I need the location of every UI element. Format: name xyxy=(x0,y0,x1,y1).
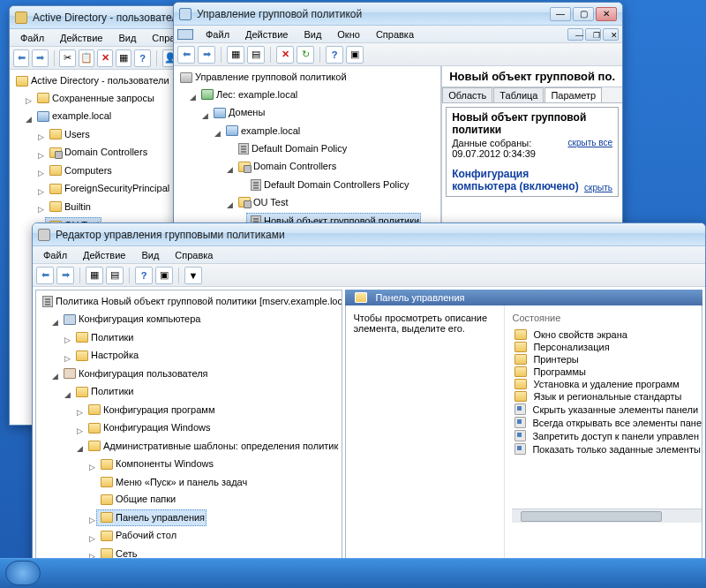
domains-node[interactable]: Домены xyxy=(209,105,267,120)
collapse-icon[interactable]: ◢ xyxy=(75,441,84,456)
gpme-menu-view[interactable]: Вид xyxy=(134,248,166,262)
collapse-icon[interactable]: ◢ xyxy=(50,315,59,330)
mdi-restore-button[interactable]: ❐ xyxy=(585,28,601,41)
tab-details[interactable]: Таблица xyxy=(493,87,544,102)
aduc-titlebar[interactable]: Active Directory - пользователи и к xyxy=(10,6,200,29)
computers-node[interactable]: Computers xyxy=(45,163,114,178)
gpmc-tree-pane[interactable]: Управление групповой политикой ◢Лес: exa… xyxy=(174,66,441,227)
show-scope-icon[interactable]: ▦ xyxy=(86,267,103,284)
gpme-root-node[interactable]: Политика Новый объект групповой политики… xyxy=(38,294,342,309)
hide-link[interactable]: скрыть xyxy=(584,183,612,192)
list-item[interactable]: Скрыть указанные элементы панели xyxy=(512,403,702,416)
forward-icon[interactable]: ➡ xyxy=(198,46,215,64)
aduc-root-node[interactable]: Active Directory - пользователи xyxy=(11,73,171,88)
at-ctrlpanel-node[interactable]: Панель управления xyxy=(96,509,207,526)
forward-icon[interactable]: ➡ xyxy=(32,49,48,67)
dc-ou-node[interactable]: Domain Controllers xyxy=(234,159,338,174)
ddcp-node[interactable]: Default Domain Controllers Policy xyxy=(246,177,410,192)
tab-settings[interactable]: Параметр xyxy=(545,87,602,102)
at-start-node[interactable]: Меню «Пуск» и панель задач xyxy=(96,475,249,490)
gpmc-menu-help[interactable]: Справка xyxy=(369,27,421,41)
list-item[interactable]: Запретить доступ к панели управлен xyxy=(512,429,702,442)
filter-icon[interactable]: ▼ xyxy=(184,267,202,284)
at-shared-node[interactable]: Общие папки xyxy=(96,492,177,507)
gpmc-root-node[interactable]: Управление групповой политикой xyxy=(176,70,349,85)
gpmc-menu-view[interactable]: Вид xyxy=(297,27,328,41)
comp-conf-node[interactable]: Конфигурация компьютера xyxy=(59,312,202,327)
user-conf-node[interactable]: Конфигурация пользователя xyxy=(59,366,210,381)
gpmc-window[interactable]: Управление групповой политикой — ▢ ✕ Фай… xyxy=(173,2,623,228)
gpmc-titlebar[interactable]: Управление групповой политикой — ▢ ✕ xyxy=(174,3,622,26)
list-item[interactable]: Персонализация xyxy=(512,341,702,353)
list-item[interactable]: Язык и региональные стандарты xyxy=(512,390,702,403)
aduc-menu-view[interactable]: Вид xyxy=(111,31,143,45)
gpmc-report-body[interactable]: Новый объект групповой политики Данные с… xyxy=(442,103,622,227)
aduc-menu-action[interactable]: Действие xyxy=(53,31,109,45)
maximize-button[interactable]: ▢ xyxy=(573,7,594,21)
gpme-window[interactable]: Редактор управления групповыми политикам… xyxy=(32,222,706,588)
dc-node[interactable]: Domain Controllers xyxy=(45,145,149,160)
gpmc-menu-file[interactable]: Файл xyxy=(199,27,237,41)
cut-icon[interactable]: ✂ xyxy=(59,49,75,67)
help-icon[interactable]: ? xyxy=(135,267,153,284)
delete-icon[interactable]: ✕ xyxy=(97,49,113,67)
list-item[interactable]: Окно свойств экрана xyxy=(512,328,702,341)
forest-node[interactable]: Лес: example.local xyxy=(197,87,299,102)
taskbar[interactable] xyxy=(0,558,706,588)
collapse-icon[interactable]: ◢ xyxy=(50,369,59,384)
gpme-menu-action[interactable]: Действие xyxy=(76,248,132,262)
aduc-menu-file[interactable]: Файл xyxy=(13,31,51,45)
fsp-node[interactable]: ForeignSecurityPrincipal xyxy=(45,181,171,196)
list-hscrollbar[interactable] xyxy=(512,509,702,523)
mdi-close-button[interactable]: ✕ xyxy=(603,28,619,41)
start-button[interactable] xyxy=(5,561,41,585)
help-icon[interactable]: ? xyxy=(134,49,150,67)
admin-templates-node[interactable]: Административные шаблоны: определения по… xyxy=(84,439,342,454)
sw-settings-node[interactable]: Конфигурация программ xyxy=(84,403,216,418)
expand-icon[interactable]: ▷ xyxy=(36,166,45,181)
collapse-icon[interactable]: ◢ xyxy=(213,126,222,141)
gpme-tree-pane[interactable]: Политика Новый объект групповой политики… xyxy=(35,290,342,567)
help-icon[interactable]: ? xyxy=(326,46,343,64)
expand-icon[interactable]: ▷ xyxy=(36,148,45,163)
forward-icon[interactable]: ➡ xyxy=(56,267,74,284)
copy-icon[interactable]: 📋 xyxy=(79,49,94,67)
expand-icon[interactable]: ▷ xyxy=(36,185,45,200)
list-item[interactable]: Установка и удаление программ xyxy=(512,378,702,390)
collapse-icon[interactable]: ◢ xyxy=(63,388,71,403)
expand-icon[interactable]: ▷ xyxy=(63,333,71,348)
at-desktop-node[interactable]: Рабочий стол xyxy=(96,528,178,543)
collapse-icon[interactable]: ◢ xyxy=(200,109,209,124)
win-settings-node[interactable]: Конфигурация Windows xyxy=(84,420,213,435)
list-item[interactable]: Программы xyxy=(512,366,702,378)
export-icon[interactable]: ▣ xyxy=(155,267,173,284)
domain-node[interactable]: example.local xyxy=(222,124,302,139)
show-result-icon[interactable]: ▤ xyxy=(247,46,265,64)
collapse-icon[interactable]: ◢ xyxy=(188,90,197,105)
mdi-minimize-button[interactable]: — xyxy=(567,28,583,41)
expand-icon[interactable]: ▷ xyxy=(75,405,84,420)
refresh-icon[interactable]: ↻ xyxy=(297,46,314,64)
expand-icon[interactable]: ▷ xyxy=(87,460,96,475)
back-icon[interactable]: ⬅ xyxy=(13,49,29,67)
properties-icon[interactable]: ▣ xyxy=(346,46,364,64)
list-item[interactable]: Принтеры xyxy=(512,353,702,366)
delete-icon[interactable]: ✕ xyxy=(276,46,294,64)
domain-node[interactable]: example.local xyxy=(33,109,113,124)
expand-icon[interactable]: ▷ xyxy=(24,94,33,109)
expand-icon[interactable]: ▷ xyxy=(36,202,45,217)
scroll-thumb[interactable] xyxy=(521,511,662,522)
gpmc-menu-window[interactable]: Окно xyxy=(330,27,367,41)
expand-icon[interactable]: ▷ xyxy=(75,424,84,439)
show-result-icon[interactable]: ▤ xyxy=(106,267,124,284)
hide-all-link[interactable]: скрыть все xyxy=(568,138,612,159)
back-icon[interactable]: ⬅ xyxy=(36,267,54,284)
back-icon[interactable]: ⬅ xyxy=(177,46,195,64)
expand-icon[interactable]: ▷ xyxy=(36,130,45,145)
show-scope-icon[interactable]: ▦ xyxy=(227,46,244,64)
properties-icon[interactable]: ▦ xyxy=(116,49,131,67)
users-node[interactable]: Users xyxy=(45,127,92,142)
tab-scope[interactable]: Область xyxy=(442,87,492,102)
gpme-titlebar[interactable]: Редактор управления групповыми политикам… xyxy=(33,223,705,246)
collapse-icon[interactable]: ◢ xyxy=(225,198,234,213)
